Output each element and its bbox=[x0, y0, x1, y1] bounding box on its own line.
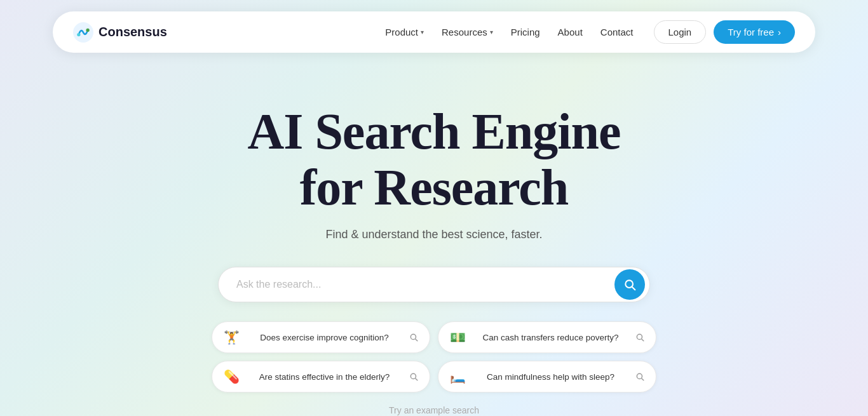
example-chip-statins[interactable]: 💊 Are statins effective in the elderly? bbox=[212, 361, 430, 393]
arrow-icon: › bbox=[778, 27, 781, 37]
example-chip-cash[interactable]: 💵 Can cash transfers reduce poverty? bbox=[438, 321, 656, 353]
nav-links: Product ▾ Resources ▾ Pricing About Cont… bbox=[385, 27, 633, 37]
svg-line-10 bbox=[416, 379, 417, 380]
example-chip-exercise[interactable]: 🏋️ Does exercise improve cognition? bbox=[212, 321, 430, 353]
nav-pricing[interactable]: Pricing bbox=[511, 27, 540, 37]
exercise-emoji: 🏋️ bbox=[224, 330, 240, 345]
svg-point-1 bbox=[77, 32, 80, 36]
svg-point-3 bbox=[625, 280, 633, 288]
logo-area[interactable]: Consensus bbox=[73, 22, 167, 43]
chip-search-icon-statins bbox=[409, 372, 418, 381]
svg-point-5 bbox=[410, 334, 416, 339]
svg-line-6 bbox=[416, 339, 417, 341]
svg-line-8 bbox=[642, 339, 644, 341]
search-button[interactable] bbox=[614, 269, 645, 300]
nav-contact[interactable]: Contact bbox=[600, 27, 634, 37]
chip-search-icon-mindfulness bbox=[635, 372, 644, 381]
mindfulness-emoji: 🛏️ bbox=[450, 369, 466, 384]
hero-section: AI Search Engine for Research Find & und… bbox=[0, 53, 868, 416]
svg-line-4 bbox=[632, 287, 635, 290]
chip-search-icon-cash bbox=[635, 333, 644, 342]
svg-point-7 bbox=[637, 334, 642, 339]
nav-wrapper: Consensus Product ▾ Resources ▾ Pricing … bbox=[0, 0, 868, 53]
svg-point-2 bbox=[86, 28, 89, 31]
nav-resources[interactable]: Resources ▾ bbox=[442, 27, 493, 37]
cash-emoji: 💵 bbox=[450, 330, 466, 345]
resources-chevron-icon: ▾ bbox=[490, 29, 493, 36]
svg-point-11 bbox=[637, 373, 642, 379]
logo-text: Consensus bbox=[98, 25, 167, 39]
hero-title: AI Search Engine for Research bbox=[13, 104, 855, 215]
try-for-free-button[interactable]: Try for free › bbox=[714, 20, 795, 44]
statins-chip-text: Are statins effective in the elderly? bbox=[246, 372, 403, 382]
svg-point-9 bbox=[410, 373, 416, 379]
nav-actions: Login Try for free › bbox=[654, 20, 796, 44]
consensus-logo-icon bbox=[73, 22, 93, 43]
examples-grid: 🏋️ Does exercise improve cognition? 💵 Ca… bbox=[212, 321, 656, 393]
nav-product[interactable]: Product ▾ bbox=[385, 27, 424, 37]
example-chip-mindfulness[interactable]: 🛏️ Can mindfulness help with sleep? bbox=[438, 361, 656, 393]
svg-line-12 bbox=[642, 379, 644, 380]
search-input[interactable] bbox=[218, 267, 650, 302]
search-icon bbox=[623, 278, 636, 291]
statins-emoji: 💊 bbox=[224, 369, 240, 384]
try-example-link[interactable]: Try an example search bbox=[13, 405, 855, 415]
hero-subtitle: Find & understand the best science, fast… bbox=[13, 228, 855, 241]
navbar: Consensus Product ▾ Resources ▾ Pricing … bbox=[53, 11, 815, 53]
product-chevron-icon: ▾ bbox=[421, 29, 424, 36]
chip-search-icon-exercise bbox=[409, 333, 418, 342]
nav-about[interactable]: About bbox=[558, 27, 583, 37]
exercise-chip-text: Does exercise improve cognition? bbox=[246, 333, 403, 342]
search-container bbox=[218, 267, 650, 302]
mindfulness-chip-text: Can mindfulness help with sleep? bbox=[472, 372, 629, 382]
cash-chip-text: Can cash transfers reduce poverty? bbox=[472, 333, 629, 342]
login-button[interactable]: Login bbox=[654, 20, 707, 44]
